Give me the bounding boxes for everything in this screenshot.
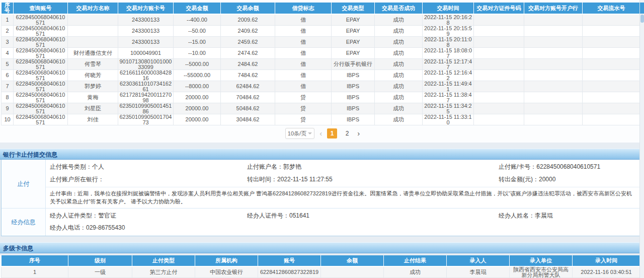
header-row: 序号查询账号交易对方名称交易对方账卡号交易金额交易余额借贷标志交易类型交易是否成… — [2, 3, 640, 14]
table-cell — [524, 92, 583, 103]
table-cell: 李晨琨 — [447, 266, 510, 278]
table-cell: 2 — [2, 26, 14, 37]
table-cell — [524, 81, 583, 92]
table-cell: 6228450068040610571 — [14, 81, 68, 92]
table-cell: 成功 — [375, 81, 423, 92]
table-cell: 6228450068040610571 — [14, 37, 68, 48]
table-cell: --55000.00 — [174, 70, 221, 81]
transaction-table: 序号查询账号交易对方名称交易对方账卡号交易金额交易余额借贷标志交易类型交易是否成… — [1, 3, 640, 125]
table-cell: 6228412860827322819 — [258, 266, 321, 278]
table-cell: EPAY — [332, 14, 375, 26]
field: 转出金额(元)：20000 — [499, 173, 640, 186]
table-cell: 郭梦婷 — [68, 81, 118, 92]
table-cell: 2409.62 — [221, 26, 275, 37]
table-cell: IBPS — [332, 81, 375, 92]
table-cell: 成功 — [375, 70, 423, 81]
page-size-select[interactable]: 10条/页 — [285, 128, 314, 139]
stop-payment-fields-row-2: 止付账户所在银行：转出时间：2022-11-15 11:27:55转出金额(元)… — [46, 173, 640, 186]
table-cell: 分行版手机银行 — [332, 59, 375, 70]
table-row: 26228450068040610571243300133--50.002409… — [2, 26, 640, 37]
table-cell — [583, 59, 640, 70]
table-cell: 1000049901 — [118, 48, 174, 59]
stop-payment-section-title: 银行卡止付提交信息 — [0, 149, 644, 160]
prev-page-button[interactable]: ‹ — [319, 128, 322, 138]
table-cell — [524, 114, 583, 125]
table-cell: 成功 — [375, 59, 423, 70]
field: 经办人证件类型：警官证 — [50, 210, 247, 222]
table-cell: --10.00 — [174, 48, 221, 59]
multi-card-section-title: 多级卡信息 — [0, 242, 644, 253]
column-header: 所属机构 — [195, 255, 258, 266]
page-scrollbar[interactable] — [639, 0, 644, 278]
column-header: 录入时间 — [573, 255, 640, 266]
page-size-label: 10条/页 — [288, 130, 306, 137]
table-cell: 2022-11-15 12:17:47 — [423, 59, 474, 70]
table-row: 46228450068040610571财付通微信支付1000049901--1… — [2, 48, 640, 59]
column-header: 查询账号 — [14, 3, 68, 14]
column-header: 交易对方账号开户行 — [524, 3, 583, 14]
scrollbar-thumb[interactable] — [640, 15, 644, 23]
table-cell — [68, 14, 118, 26]
table-cell: 借 — [275, 14, 332, 26]
column-header: 交易类型 — [332, 3, 375, 14]
field: 经办人电话：029-86755430 — [50, 222, 247, 234]
column-header: 交易对方证件号码 — [474, 3, 524, 14]
table-cell: 7484.62 — [221, 70, 275, 81]
page-2-button[interactable]: 2 — [342, 128, 352, 138]
table-cell — [68, 26, 118, 37]
table-cell: 8 — [2, 92, 14, 103]
table-cell: 借 — [275, 26, 332, 37]
table-cell: EPAY — [332, 48, 375, 59]
column-header: 交易对方名称 — [68, 3, 118, 14]
table-cell: 6228450068040610571 — [14, 70, 68, 81]
multi-card-area: 序号级别止付类型所属机构账号余额止付结果录入人录入单位录入时间1一级第三方止付中… — [0, 255, 644, 278]
column-header: 止付结果 — [384, 255, 447, 266]
agent-fields-row-1: 经办人证件类型：警官证经办人证件号：051641经办人姓名：李晨琨 — [46, 210, 640, 222]
table-row: 76228450068040610571郭梦婷62303611010734162… — [2, 81, 640, 92]
table-cell: 成功 — [384, 266, 447, 278]
table-cell — [474, 114, 524, 125]
table-cell: --5000.00 — [174, 59, 221, 70]
field: 止付账户所在银行： — [50, 173, 247, 186]
table-cell: 2009.62 — [221, 14, 275, 26]
column-header: 交易对方账卡号 — [118, 3, 174, 14]
table-cell — [524, 37, 583, 48]
stop-payment-reason: 止付事由：近期，我单位在接报刘妮被骗警情中，发现涉案人员利用贵单位相关账户 曹鸿… — [46, 187, 640, 208]
table-cell — [583, 37, 640, 48]
next-page-button[interactable]: › — [357, 128, 360, 138]
table-row: 36228450068040610571243300133--15.002459… — [2, 37, 640, 48]
table-cell: 9010713080100100033099 — [118, 59, 174, 70]
table-cell — [474, 92, 524, 103]
table-cell: 6230361101073416261 — [118, 81, 174, 92]
table-cell: 10 — [2, 114, 14, 125]
field: 止付账号类别：个人 — [50, 161, 247, 173]
table-cell: 6228450068040610571 — [14, 103, 68, 114]
table-cell — [474, 103, 524, 114]
table-cell: --8000.00 — [174, 81, 221, 92]
table-row: 1一级第三方止付中国农业银行6228412860827322819成功李晨琨陕西… — [2, 266, 640, 278]
table-cell: 成功 — [375, 48, 423, 59]
table-row: 106228450068040610571刘佳62350109905001704… — [2, 114, 640, 125]
table-cell — [474, 26, 524, 37]
agent-fields-row-2: 经办人电话：029-86755430 — [46, 222, 640, 234]
field: 经办人姓名：李晨琨 — [499, 210, 640, 222]
table-cell: 财付通微信支付 — [68, 48, 118, 59]
table-cell: 何雪琴 — [68, 59, 118, 70]
stop-payment-panel: 止付 止付账号类别：个人止付账户名：郭梦艳止付账/卡号：622845006804… — [1, 160, 641, 236]
table-cell — [583, 14, 640, 26]
table-cell: 243300133 — [118, 14, 174, 26]
table-cell: 2022-11-15 11:33:10 — [423, 114, 474, 125]
table-cell: 成功 — [375, 14, 423, 26]
table-cell: 30484.62 — [221, 114, 275, 125]
table-cell — [474, 70, 524, 81]
table-cell: IBPS — [332, 114, 375, 125]
field: 止付账/卡号：6228450068040610571 — [499, 161, 640, 173]
table-row: 86228450068040610571黄梅621728194200112709… — [2, 92, 640, 103]
table-cell: 贷 — [275, 92, 332, 103]
field: 止付账户名：郭梦艳 — [247, 161, 499, 173]
table-cell: 9 — [2, 103, 14, 114]
column-header: 序号 — [2, 3, 14, 14]
page-1-button[interactable]: 1 — [327, 128, 337, 138]
table-cell: 1 — [2, 266, 68, 278]
table-cell: IBPS — [332, 70, 375, 81]
